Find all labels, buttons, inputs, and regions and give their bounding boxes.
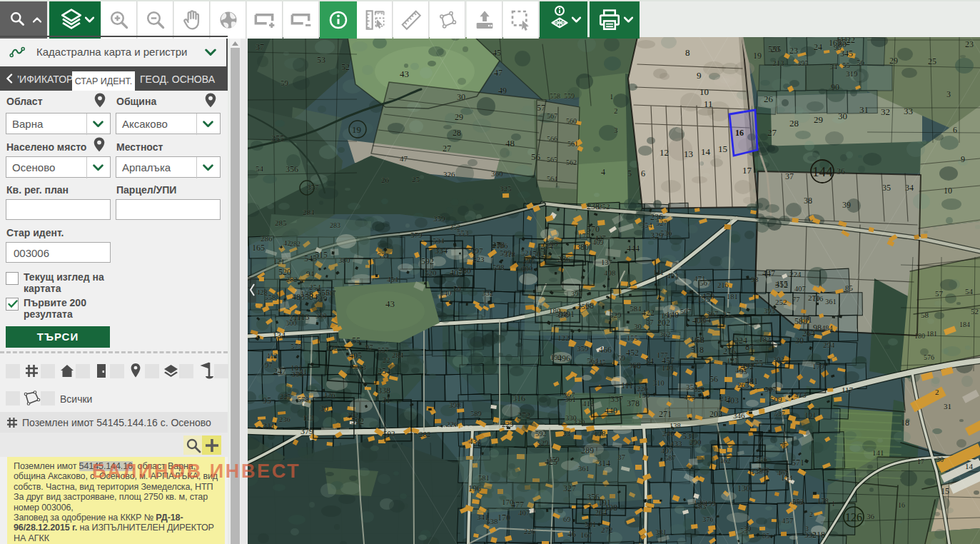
svg-text:252: 252 (598, 202, 610, 211)
svg-text:557: 557 (378, 346, 389, 354)
svg-text:545: 545 (304, 253, 317, 263)
svg-text:27: 27 (723, 311, 731, 318)
svg-text:428: 428 (256, 288, 268, 296)
svg-text:440: 440 (605, 406, 617, 415)
svg-text:567: 567 (680, 308, 692, 316)
svg-text:334: 334 (435, 246, 448, 256)
svg-text:32: 32 (881, 106, 890, 117)
svg-text:122: 122 (557, 333, 570, 342)
svg-text:11: 11 (704, 99, 713, 109)
svg-text:361: 361 (825, 298, 837, 306)
svg-text:496: 496 (557, 353, 570, 363)
svg-text:31: 31 (382, 395, 390, 405)
svg-text:312: 312 (775, 280, 788, 290)
svg-text:111: 111 (621, 381, 633, 391)
svg-text:520: 520 (425, 268, 437, 277)
svg-text:555: 555 (317, 288, 330, 298)
svg-text:218: 218 (812, 530, 825, 540)
svg-text:224: 224 (734, 336, 747, 346)
svg-text:412: 412 (266, 352, 278, 360)
svg-text:238: 238 (587, 201, 600, 211)
svg-text:362: 362 (660, 331, 671, 338)
svg-text:2: 2 (614, 106, 618, 115)
svg-text:581: 581 (478, 474, 490, 482)
svg-text:130: 130 (737, 483, 750, 493)
svg-text:276: 276 (723, 346, 736, 356)
svg-text:285: 285 (275, 218, 287, 227)
svg-text:2: 2 (809, 510, 813, 518)
svg-text:566: 566 (547, 135, 557, 143)
svg-text:518: 518 (691, 345, 704, 355)
svg-text:284: 284 (392, 351, 404, 359)
svg-text:4: 4 (601, 167, 605, 177)
svg-text:с ОСЕНОВО: с ОСЕНОВО (437, 425, 474, 430)
svg-text:29: 29 (455, 112, 463, 122)
svg-text:31: 31 (944, 402, 951, 410)
svg-text:492: 492 (741, 361, 754, 371)
svg-text:272: 272 (601, 525, 613, 534)
svg-text:216: 216 (717, 281, 729, 289)
svg-text:125: 125 (727, 357, 738, 365)
svg-text:39: 39 (842, 200, 851, 210)
svg-text:180: 180 (914, 332, 925, 340)
svg-text:199: 199 (704, 500, 716, 508)
svg-text:57: 57 (935, 289, 944, 298)
svg-text:327: 327 (563, 483, 576, 493)
svg-text:203: 203 (709, 409, 722, 419)
svg-text:592: 592 (535, 430, 547, 438)
svg-text:20: 20 (771, 44, 779, 54)
svg-text:179: 179 (812, 362, 824, 371)
svg-text:85: 85 (762, 532, 770, 540)
svg-text:290: 290 (689, 438, 702, 446)
svg-text:126: 126 (845, 511, 862, 523)
svg-text:341: 341 (477, 513, 489, 521)
svg-text:567: 567 (547, 112, 557, 120)
svg-text:356: 356 (286, 164, 298, 174)
svg-text:111: 111 (653, 268, 664, 276)
svg-text:6: 6 (953, 125, 957, 135)
svg-text:54: 54 (829, 62, 838, 71)
svg-text:165: 165 (252, 243, 265, 253)
svg-text:57: 57 (537, 103, 545, 113)
svg-text:363: 363 (758, 466, 769, 474)
svg-text:479: 479 (702, 291, 714, 301)
svg-text:498: 498 (604, 268, 616, 277)
svg-text:587: 587 (665, 454, 676, 462)
svg-text:30: 30 (457, 92, 465, 102)
svg-text:155: 155 (627, 334, 638, 342)
svg-text:23: 23 (965, 39, 974, 49)
svg-text:25: 25 (928, 56, 936, 66)
svg-text:45: 45 (492, 48, 501, 58)
svg-text:54: 54 (965, 287, 974, 296)
svg-text:181: 181 (926, 330, 937, 338)
svg-text:14: 14 (701, 146, 711, 157)
svg-text:39: 39 (744, 525, 752, 533)
svg-text:323: 323 (473, 255, 485, 263)
svg-text:49: 49 (498, 86, 507, 96)
svg-text:35: 35 (882, 183, 891, 193)
svg-text:493: 493 (667, 271, 679, 280)
svg-text:47: 47 (400, 154, 408, 163)
svg-text:142: 142 (326, 344, 338, 352)
svg-text:356: 356 (587, 492, 600, 502)
svg-text:24: 24 (814, 42, 822, 52)
svg-text:311: 311 (263, 421, 276, 431)
svg-text:101: 101 (291, 363, 303, 372)
svg-text:284: 284 (303, 208, 315, 216)
svg-text:95: 95 (263, 396, 271, 406)
svg-text:97: 97 (365, 343, 373, 351)
svg-text:332: 332 (482, 288, 494, 297)
svg-text:37: 37 (785, 171, 794, 181)
svg-text:137: 137 (601, 258, 612, 266)
svg-text:121: 121 (273, 258, 285, 266)
svg-text:43: 43 (400, 69, 409, 79)
svg-text:225: 225 (280, 393, 291, 401)
svg-text:264: 264 (802, 328, 815, 338)
svg-text:236: 236 (279, 415, 291, 423)
svg-text:361: 361 (578, 465, 590, 473)
svg-text:552: 552 (792, 497, 804, 505)
svg-text:457: 457 (782, 516, 794, 525)
svg-text:579: 579 (410, 231, 423, 239)
svg-text:226: 226 (524, 528, 535, 535)
svg-text:148: 148 (594, 429, 606, 438)
